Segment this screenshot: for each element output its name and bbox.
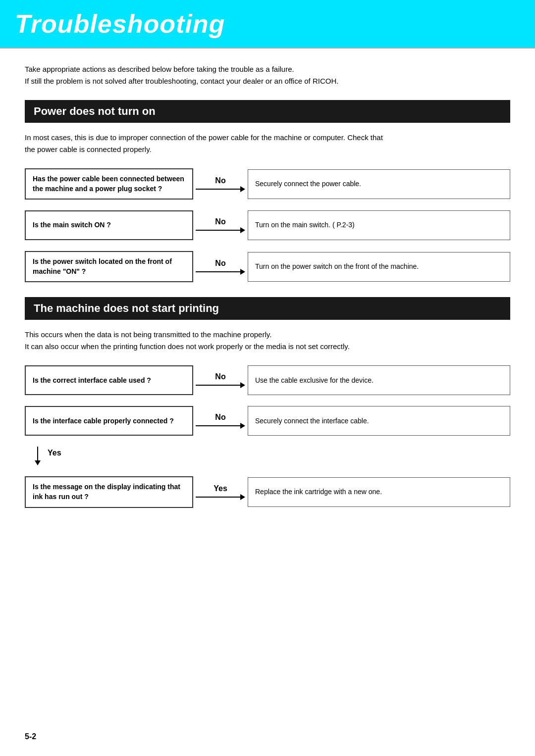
arrow-right-cable-correct bbox=[196, 382, 245, 388]
answer-power-switch: Turn on the power switch on the front of… bbox=[248, 252, 510, 282]
arrow-line-1 bbox=[196, 189, 240, 190]
yes-label: Yes bbox=[48, 447, 61, 457]
flow-row-1: Has the power cable been connected betwe… bbox=[25, 168, 510, 200]
flow-row-ink: Is the message on the display indicating… bbox=[25, 476, 510, 507]
section1-flow: Has the power cable been connected betwe… bbox=[25, 168, 510, 282]
arrow-area-3: No bbox=[193, 259, 248, 275]
section1-desc-line2: the power cable is connected properly. bbox=[25, 144, 510, 155]
flow-row-cable-connected: Is the interface cable properly connecte… bbox=[25, 406, 510, 436]
arrow-area-cable-correct: No bbox=[193, 372, 248, 388]
answer-main-switch: Turn on the main switch. ( P.2-3) bbox=[248, 210, 510, 240]
arrow-area-ink: Yes bbox=[193, 484, 248, 500]
arrow-area-2: No bbox=[193, 217, 248, 233]
section2-desc: This occurs when the data is not being t… bbox=[25, 329, 510, 353]
section2-title: The machine does not start printing bbox=[25, 297, 510, 320]
yes-arrow-row: Yes bbox=[25, 447, 510, 465]
arrow-label-3: No bbox=[215, 259, 225, 268]
answer-cable-connected: Securely connect the interface cable. bbox=[248, 406, 510, 436]
question-cable-connected: Is the interface cable properly connecte… bbox=[25, 406, 193, 436]
page-title: Troubleshooting bbox=[15, 9, 520, 39]
page-number: 5-2 bbox=[25, 732, 36, 741]
arrow-down-line bbox=[37, 447, 38, 460]
arrow-down-head bbox=[35, 460, 41, 465]
arrow-label-1: No bbox=[215, 176, 225, 185]
arrow-line-3 bbox=[196, 271, 240, 272]
flow-row-2: Is the main switch ON ? No Turn on the m… bbox=[25, 210, 510, 240]
arrow-right-2 bbox=[196, 227, 245, 233]
arrow-area-1: No bbox=[193, 176, 248, 192]
arrow-line-cable-connected bbox=[196, 425, 240, 426]
header-bar: Troubleshooting bbox=[0, 0, 535, 48]
intro-line2: If still the problem is not solved after… bbox=[25, 75, 510, 87]
arrow-head-3 bbox=[240, 269, 245, 275]
arrow-label-ink: Yes bbox=[214, 484, 227, 493]
arrow-line-2 bbox=[196, 230, 240, 231]
question-power-switch: Is the power switch located on the front… bbox=[25, 251, 193, 282]
arrow-head-1 bbox=[240, 186, 245, 192]
question-power-cable: Has the power cable been connected betwe… bbox=[25, 168, 193, 200]
section1-desc: In most cases, this is due to improper c… bbox=[25, 132, 510, 155]
question-main-switch: Is the main switch ON ? bbox=[25, 210, 193, 240]
flow-row-cable-correct: Is the correct interface cable used ? No… bbox=[25, 365, 510, 395]
arrow-label-2: No bbox=[215, 217, 225, 226]
arrow-label-cable-connected: No bbox=[215, 413, 225, 422]
arrow-right-3 bbox=[196, 269, 245, 275]
arrow-head-cable-correct bbox=[240, 382, 245, 388]
arrow-head-ink bbox=[240, 494, 245, 500]
arrow-head-cable-connected bbox=[240, 423, 245, 429]
flow-row-3: Is the power switch located on the front… bbox=[25, 251, 510, 282]
section2-desc-line1: This occurs when the data is not being t… bbox=[25, 329, 510, 341]
arrow-head-2 bbox=[240, 227, 245, 233]
section1: Power does not turn on In most cases, th… bbox=[25, 100, 510, 282]
arrow-right-1 bbox=[196, 186, 245, 192]
question-correct-cable: Is the correct interface cable used ? bbox=[25, 365, 193, 395]
section1-title: Power does not turn on bbox=[25, 100, 510, 123]
section2-flow: Is the correct interface cable used ? No… bbox=[25, 365, 510, 507]
main-content: Take appropriate actions as described be… bbox=[0, 49, 535, 548]
section2: The machine does not start printing This… bbox=[25, 297, 510, 507]
answer-power-cable: Securely connect the power cable. bbox=[248, 169, 510, 199]
answer-correct-cable: Use the cable exclusive for the device. bbox=[248, 365, 510, 395]
arrow-right-ink bbox=[196, 494, 245, 500]
arrow-line-cable-correct bbox=[196, 385, 240, 386]
arrow-label-cable-correct: No bbox=[215, 372, 225, 381]
arrow-down-area bbox=[35, 447, 41, 465]
answer-ink-runout: Replace the ink cartridge with a new one… bbox=[248, 477, 510, 507]
section2-desc-line2: It can also occur when the printing func… bbox=[25, 341, 510, 353]
question-ink-runout: Is the message on the display indicating… bbox=[25, 476, 193, 507]
arrow-right-cable-connected bbox=[196, 423, 245, 429]
arrow-line-ink bbox=[196, 497, 240, 498]
intro-text: Take appropriate actions as described be… bbox=[25, 63, 510, 87]
section1-desc-line1: In most cases, this is due to improper c… bbox=[25, 132, 510, 144]
arrow-area-cable-connected: No bbox=[193, 413, 248, 429]
intro-line1: Take appropriate actions as described be… bbox=[25, 63, 510, 75]
